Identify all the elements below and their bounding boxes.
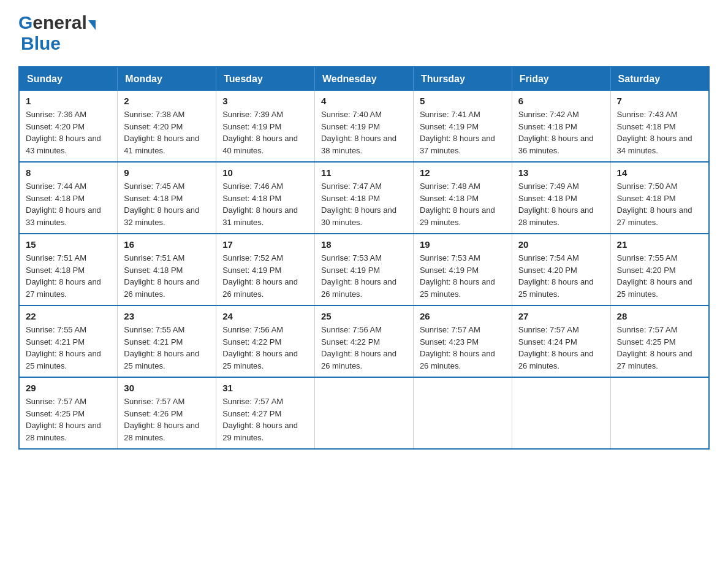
day-info: Sunrise: 7:45 AM Sunset: 4:18 PM Dayligh… [124, 180, 210, 228]
day-number: 27 [518, 311, 604, 321]
day-number: 3 [222, 96, 308, 106]
sunset-label: Sunset: 4:21 PM [124, 337, 183, 347]
weekday-header-wednesday: Wednesday [315, 67, 414, 91]
sunset-label: Sunset: 4:18 PM [124, 266, 183, 275]
day-info: Sunrise: 7:57 AM Sunset: 4:25 PM Dayligh… [617, 324, 702, 372]
daylight-label: Daylight: 8 hours and 26 minutes. [321, 349, 396, 370]
sunrise-label: Sunrise: 7:52 AM [222, 253, 283, 262]
sunrise-label: Sunrise: 7:41 AM [420, 110, 480, 119]
sunset-label: Sunset: 4:18 PM [617, 194, 676, 203]
day-number: 31 [222, 383, 308, 393]
sunset-label: Sunset: 4:25 PM [26, 409, 85, 418]
calendar-cell: 9 Sunrise: 7:45 AM Sunset: 4:18 PM Dayli… [118, 162, 216, 234]
daylight-label: Daylight: 8 hours and 43 minutes. [26, 134, 101, 155]
day-number: 8 [26, 167, 111, 178]
day-number: 4 [321, 96, 407, 106]
sunset-label: Sunset: 4:21 PM [26, 337, 85, 347]
day-info: Sunrise: 7:43 AM Sunset: 4:18 PM Dayligh… [617, 109, 702, 156]
calendar-cell: 27 Sunrise: 7:57 AM Sunset: 4:24 PM Dayl… [512, 305, 610, 377]
day-number: 23 [124, 311, 210, 321]
day-info: Sunrise: 7:51 AM Sunset: 4:18 PM Dayligh… [26, 252, 111, 300]
day-number: 19 [420, 239, 506, 250]
day-info: Sunrise: 7:51 AM Sunset: 4:18 PM Dayligh… [124, 252, 210, 300]
sunset-label: Sunset: 4:27 PM [222, 409, 281, 418]
day-info: Sunrise: 7:57 AM Sunset: 4:23 PM Dayligh… [420, 324, 506, 372]
day-number: 6 [518, 96, 604, 106]
day-info: Sunrise: 7:46 AM Sunset: 4:18 PM Dayligh… [222, 180, 308, 228]
sunset-label: Sunset: 4:19 PM [420, 122, 479, 131]
daylight-label: Daylight: 8 hours and 25 minutes. [124, 349, 199, 370]
sunrise-label: Sunrise: 7:57 AM [518, 325, 579, 334]
daylight-label: Daylight: 8 hours and 37 minutes. [420, 134, 495, 155]
sunrise-label: Sunrise: 7:49 AM [518, 182, 579, 191]
sunrise-label: Sunrise: 7:57 AM [617, 325, 678, 334]
sunrise-label: Sunrise: 7:50 AM [617, 182, 678, 191]
weekday-header-friday: Friday [512, 67, 610, 91]
daylight-label: Daylight: 8 hours and 26 minutes. [222, 277, 298, 299]
day-number: 30 [124, 383, 210, 393]
sunset-label: Sunset: 4:18 PM [222, 194, 281, 203]
calendar-cell: 11 Sunrise: 7:47 AM Sunset: 4:18 PM Dayl… [315, 162, 414, 234]
calendar-cell: 1 Sunrise: 7:36 AM Sunset: 4:20 PM Dayli… [19, 91, 118, 162]
calendar-cell: 25 Sunrise: 7:56 AM Sunset: 4:22 PM Dayl… [315, 305, 414, 377]
calendar-table: SundayMondayTuesdayWednesdayThursdayFrid… [18, 66, 710, 450]
day-number: 16 [124, 239, 210, 250]
day-number: 21 [617, 239, 702, 250]
sunset-label: Sunset: 4:19 PM [321, 122, 380, 131]
sunset-label: Sunset: 4:18 PM [124, 194, 183, 203]
day-number: 9 [124, 167, 210, 178]
sunrise-label: Sunrise: 7:57 AM [420, 325, 480, 334]
sunrise-label: Sunrise: 7:53 AM [321, 253, 382, 262]
calendar-cell: 24 Sunrise: 7:56 AM Sunset: 4:22 PM Dayl… [216, 305, 315, 377]
calendar-cell [315, 377, 414, 449]
daylight-label: Daylight: 8 hours and 27 minutes. [617, 205, 692, 227]
weekday-header-sunday: Sunday [19, 67, 118, 91]
sunset-label: Sunset: 4:20 PM [124, 122, 183, 131]
day-info: Sunrise: 7:53 AM Sunset: 4:19 PM Dayligh… [420, 252, 506, 300]
calendar-cell [610, 377, 709, 449]
day-info: Sunrise: 7:55 AM Sunset: 4:21 PM Dayligh… [124, 324, 210, 372]
day-info: Sunrise: 7:48 AM Sunset: 4:18 PM Dayligh… [420, 180, 506, 228]
daylight-label: Daylight: 8 hours and 29 minutes. [420, 205, 495, 227]
daylight-label: Daylight: 8 hours and 25 minutes. [26, 349, 101, 370]
daylight-label: Daylight: 8 hours and 25 minutes. [420, 277, 495, 299]
calendar-cell: 14 Sunrise: 7:50 AM Sunset: 4:18 PM Dayl… [610, 162, 709, 234]
sunset-label: Sunset: 4:22 PM [222, 337, 281, 347]
week-row-4: 22 Sunrise: 7:55 AM Sunset: 4:21 PM Dayl… [19, 305, 709, 377]
calendar-cell [512, 377, 610, 449]
week-row-3: 15 Sunrise: 7:51 AM Sunset: 4:18 PM Dayl… [19, 234, 709, 305]
calendar-cell: 12 Sunrise: 7:48 AM Sunset: 4:18 PM Dayl… [413, 162, 512, 234]
daylight-label: Daylight: 8 hours and 25 minutes. [222, 349, 298, 370]
day-info: Sunrise: 7:44 AM Sunset: 4:18 PM Dayligh… [26, 180, 111, 228]
sunrise-label: Sunrise: 7:38 AM [124, 110, 184, 119]
sunset-label: Sunset: 4:19 PM [321, 266, 380, 275]
daylight-label: Daylight: 8 hours and 28 minutes. [124, 421, 199, 442]
day-info: Sunrise: 7:55 AM Sunset: 4:20 PM Dayligh… [617, 252, 702, 300]
logo-general-text: General [18, 12, 96, 33]
calendar-cell: 29 Sunrise: 7:57 AM Sunset: 4:25 PM Dayl… [19, 377, 118, 449]
calendar-cell: 31 Sunrise: 7:57 AM Sunset: 4:27 PM Dayl… [216, 377, 315, 449]
calendar-cell [413, 377, 512, 449]
day-number: 22 [26, 311, 111, 321]
sunset-label: Sunset: 4:18 PM [321, 194, 380, 203]
daylight-label: Daylight: 8 hours and 41 minutes. [124, 134, 199, 155]
day-info: Sunrise: 7:57 AM Sunset: 4:27 PM Dayligh… [222, 396, 308, 443]
day-number: 20 [518, 239, 604, 250]
sunset-label: Sunset: 4:20 PM [26, 122, 85, 131]
calendar-cell: 23 Sunrise: 7:55 AM Sunset: 4:21 PM Dayl… [118, 305, 216, 377]
sunrise-label: Sunrise: 7:53 AM [420, 253, 480, 262]
calendar-cell: 30 Sunrise: 7:57 AM Sunset: 4:26 PM Dayl… [118, 377, 216, 449]
daylight-label: Daylight: 8 hours and 27 minutes. [617, 349, 692, 370]
day-number: 26 [420, 311, 506, 321]
day-number: 7 [617, 96, 702, 106]
sunrise-label: Sunrise: 7:51 AM [26, 253, 86, 262]
sunrise-label: Sunrise: 7:57 AM [124, 397, 184, 406]
daylight-label: Daylight: 8 hours and 26 minutes. [420, 349, 495, 370]
sunset-label: Sunset: 4:20 PM [617, 266, 676, 275]
day-number: 10 [222, 167, 308, 178]
calendar-cell: 19 Sunrise: 7:53 AM Sunset: 4:19 PM Dayl… [413, 234, 512, 305]
sunrise-label: Sunrise: 7:57 AM [26, 397, 86, 406]
calendar-cell: 18 Sunrise: 7:53 AM Sunset: 4:19 PM Dayl… [315, 234, 414, 305]
sunrise-label: Sunrise: 7:36 AM [26, 110, 86, 119]
day-number: 15 [26, 239, 111, 250]
